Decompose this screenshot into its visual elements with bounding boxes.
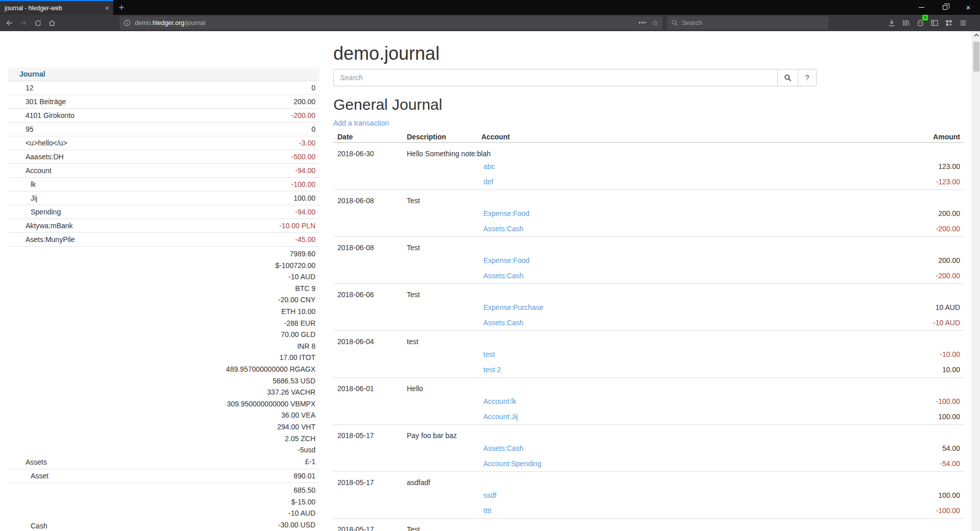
transaction-title-row[interactable]: 2018-06-04test [333, 331, 964, 347]
transaction-title-row[interactable]: 2018-06-08Test [333, 190, 964, 206]
posting-account-link[interactable]: Expense:Food [483, 256, 529, 264]
transaction-title-row[interactable]: 2018-06-01Hello [333, 378, 964, 394]
sidebar-account-row: lk-100.00 [8, 178, 320, 191]
journal-main: demo.journal ? General Journal Add a tra… [333, 31, 964, 531]
sidebar-account-link[interactable]: Asset [31, 472, 48, 480]
sidebar-account-link[interactable]: 4101 Girokonto [26, 111, 75, 119]
posting-account-link[interactable]: ssdf [483, 491, 497, 499]
account-balance: -200.00 [168, 110, 315, 120]
sidebar-account-link[interactable]: 301 Beiträge [26, 98, 66, 106]
library-button[interactable] [899, 16, 913, 30]
extension-button[interactable]: 0 [913, 16, 927, 30]
transaction-title-row[interactable]: 2018-06-06Test [333, 284, 964, 300]
reload-icon [34, 19, 42, 27]
library-icon [902, 19, 910, 27]
scrollbar-thumb[interactable] [973, 42, 979, 71]
sidebar-account-link[interactable]: lk [31, 180, 36, 188]
sidebar-account-row: Aktywa:mBank-10.00 PLN [8, 219, 320, 233]
page-actions-icon[interactable]: ••• [639, 19, 647, 27]
posting-row: Expense:Food200.00 [333, 253, 964, 268]
sidebar-account-link[interactable]: Spending [31, 208, 61, 216]
posting-account-link[interactable]: Expense:Food [483, 209, 529, 218]
tab-close-icon[interactable]: × [105, 5, 109, 12]
transaction-title-row[interactable]: 2018-05-17Pay foo bar baz [333, 425, 964, 441]
search-help-button[interactable]: ? [798, 69, 817, 86]
transaction-date: 2018-05-17 [333, 519, 403, 531]
home-button[interactable] [45, 16, 59, 30]
window-minimize-button[interactable] [910, 0, 933, 15]
sidebar-account-row: Aaasets:DH-500.00 [8, 150, 320, 164]
window-restore-button[interactable] [933, 0, 957, 15]
sidebar-toggle-button[interactable] [927, 16, 942, 30]
posting-row: Assets:Cash-200.00 [333, 221, 964, 237]
bookmark-star-icon[interactable]: ☆ [652, 18, 658, 28]
back-button[interactable] [2, 16, 16, 30]
sidebar-account-row: 950 [8, 123, 320, 136]
menu-button[interactable] [956, 16, 970, 30]
posting-row: Assets:Cash54.00 [333, 441, 964, 456]
sidebar-account-link[interactable]: <u>hello</u> [26, 139, 67, 147]
posting-account-link[interactable]: Expense:Purchase [483, 303, 544, 311]
transaction-title-row[interactable]: 2018-05-17Test [333, 519, 964, 531]
column-account: Account [477, 131, 877, 142]
sidebar-account-link[interactable]: Aaasets:DH [26, 153, 64, 161]
screenshots-button[interactable] [942, 16, 956, 30]
downloads-button[interactable] [885, 16, 899, 30]
restore-icon [943, 5, 947, 10]
window-close-button[interactable]: × [957, 0, 980, 15]
add-transaction-link[interactable]: Add a transaction [333, 118, 389, 128]
url-text: demo.hledger.org/journal [135, 19, 205, 27]
posting-account-link[interactable]: abc [483, 162, 495, 171]
sidebar-account-link[interactable]: Account [26, 166, 52, 175]
posting-account-link[interactable]: Assets:Cash [483, 444, 524, 452]
sidebar-account-row: 4101 Girokonto-200.00 [8, 109, 320, 123]
transaction-description: Test [403, 237, 877, 253]
sidebar-account-link[interactable]: 12 [26, 84, 34, 92]
journal-search-input[interactable] [333, 69, 777, 86]
browser-search-field[interactable]: Search [667, 16, 828, 30]
posting-account-link[interactable]: Account:Spending [483, 460, 542, 468]
posting-row: Expense:Purchase10 AUD [333, 300, 964, 315]
posting-account-link[interactable]: def [483, 178, 493, 186]
account-balance: -94.00 [168, 165, 315, 176]
posting-row: Assets:Cash-10 AUD [333, 315, 964, 331]
account-balance: -10 AUD [168, 508, 315, 519]
posting-account-link[interactable]: Assets:Cash [483, 225, 524, 233]
scroll-up-arrow-icon[interactable] [974, 33, 979, 37]
posting-amount: 10 AUD [877, 300, 964, 315]
transaction-title-row[interactable]: 2018-05-17asdfadf [333, 472, 964, 488]
posting-account-link[interactable]: test [483, 350, 495, 358]
posting-account-link[interactable]: tttt [483, 506, 492, 515]
account-balance: 489.957000000000 RGAGX [168, 364, 315, 375]
posting-account-link[interactable]: Account:Jij [483, 413, 518, 421]
transaction-description: test [403, 331, 877, 347]
sidebar-account-link[interactable]: Aktywa:mBank [26, 222, 73, 230]
sidebar-account-link[interactable]: Assets [26, 458, 47, 466]
sidebar-accounts-table: Journal 120301 Beiträge200.004101 Giroko… [8, 67, 320, 531]
posting-account-link[interactable]: Account:lk [483, 397, 517, 405]
home-icon [48, 19, 56, 27]
transaction-title-row[interactable]: 2018-06-08Test [333, 237, 964, 253]
forward-button[interactable] [16, 16, 31, 30]
sidebar-account-link[interactable]: Asets:MunyPile [26, 235, 75, 244]
posting-amount: 10.00 [877, 362, 964, 378]
account-balance: -288 EUR [168, 318, 315, 329]
posting-amount: 200.00 [877, 253, 964, 268]
posting-account-link[interactable]: test 2 [483, 366, 501, 374]
posting-account-link[interactable]: Assets:Cash [483, 272, 524, 280]
transaction-title-row[interactable]: 2018-06-30Hello Something note:blah [333, 142, 964, 159]
sidebar-journal-link[interactable]: Journal [8, 67, 320, 81]
new-tab-button[interactable]: + [113, 0, 130, 15]
browser-tab[interactable]: journal - hledger-web × [0, 0, 113, 15]
reload-button[interactable] [31, 16, 45, 30]
posting-row: abc123.00 [333, 159, 964, 174]
journal-search-button[interactable] [777, 69, 798, 86]
sidebar-account-link[interactable]: Jij [31, 194, 37, 202]
page-scrollbar[interactable] [972, 31, 980, 531]
url-bar[interactable]: demo.hledger.org/journal ••• ☆ [119, 16, 663, 30]
sidebar-account-link[interactable]: Cash [31, 522, 47, 530]
sidebar-account-row: <u>hello</u>-3.00 [8, 136, 320, 150]
journal-search-form: ? [333, 69, 817, 86]
posting-account-link[interactable]: Assets:Cash [483, 319, 524, 327]
sidebar-account-link[interactable]: 95 [26, 125, 34, 133]
